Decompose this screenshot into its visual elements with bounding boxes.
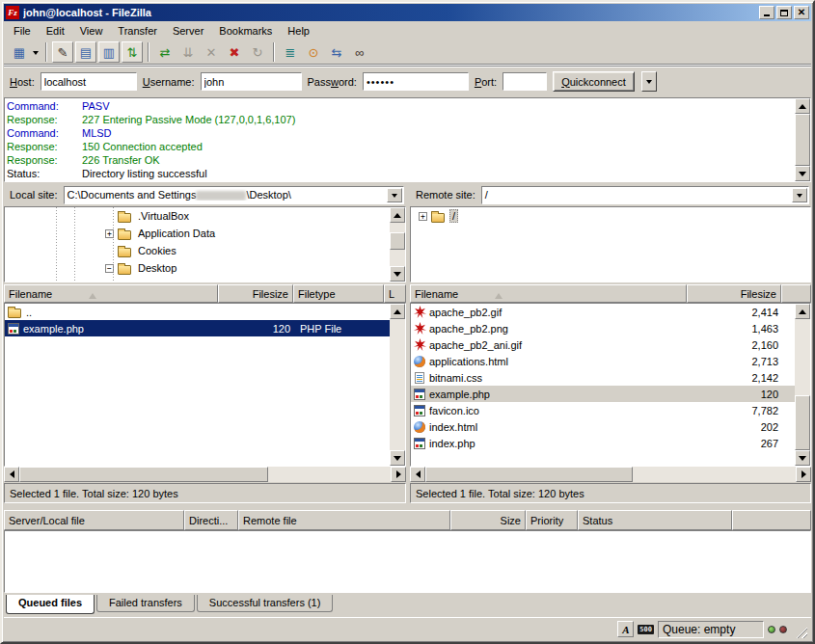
column-header-status[interactable]: Status [578,510,732,530]
log-scrollbar[interactable] [795,98,810,181]
toggle-remote-tree-button[interactable]: ▥ [98,41,120,63]
scroll-up-button[interactable] [795,304,810,319]
scrollbar-thumb[interactable] [795,114,810,166]
column-header-filename[interactable]: Filename [4,284,218,303]
quickconnect-button[interactable]: Quickconnect [553,71,635,92]
local-hscrollbar[interactable] [4,467,406,482]
queue-list[interactable] [4,530,811,593]
file-row-updir[interactable]: .. [5,304,390,320]
menu-edit[interactable]: Edit [39,23,72,39]
column-header-size[interactable]: Size [450,510,526,530]
column-header-filesize[interactable]: Filesize [218,284,293,303]
minimize-button[interactable] [759,6,774,19]
file-name: applications.html [429,356,508,367]
tree-item-desktop[interactable]: − Desktop [5,259,405,277]
toggle-message-log-button[interactable]: ✎ [52,41,73,63]
file-row[interactable]: apache_pb2.png 1,463 [411,320,795,336]
column-header-filesize[interactable]: Filesize [687,284,781,303]
file-row[interactable]: index.php 267 [411,435,795,451]
column-header-filetype[interactable]: Filetype [293,284,384,303]
site-manager-dropdown[interactable] [29,41,41,63]
synchronized-browsing-button[interactable]: ⇆ [326,41,347,63]
scrollbar-thumb[interactable] [390,232,405,250]
remote-site-dropdown[interactable] [792,188,807,202]
cancel-operation-button[interactable]: ✕ [201,41,222,63]
column-header-direction[interactable]: Directi... [184,510,238,530]
file-row[interactable]: applications.html 2,713 [411,353,795,369]
host-input[interactable] [41,72,137,91]
file-row[interactable]: index.html 202 [411,418,795,435]
column-header-server-local-file[interactable]: Server/Local file [4,510,184,530]
menu-view[interactable]: View [72,23,111,39]
toggle-local-tree-button[interactable]: ▤ [75,41,96,63]
remote-site-combo[interactable]: / [481,186,809,204]
speed-limit-indicator[interactable]: 500 [638,625,654,634]
local-list-scrollbar[interactable] [390,304,405,466]
filter-button[interactable]: ∞ [349,41,370,63]
menu-bookmarks[interactable]: Bookmarks [211,23,280,39]
scroll-left-button[interactable] [410,467,425,482]
column-header-remote-file[interactable]: Remote file [238,510,450,530]
transfer-type-ascii-icon[interactable]: A [617,621,634,637]
scroll-up-button[interactable] [390,207,405,223]
file-row[interactable]: apache_pb2_ani.gif 2,160 [411,336,795,353]
scroll-down-button[interactable] [795,166,810,181]
local-tree-scrollbar[interactable] [390,207,405,282]
find-files-button[interactable]: ⊙ [303,41,324,63]
scroll-right-button[interactable] [391,467,406,482]
file-row[interactable]: favicon.ico 7,782 [411,402,795,418]
refresh-button[interactable]: ⇄ [154,41,176,63]
file-size: 1,463 [688,323,782,335]
column-header-lastmodified[interactable]: L [384,284,406,303]
scroll-down-button[interactable] [390,450,405,466]
process-queue-button[interactable]: ⇊ [177,41,199,63]
password-input[interactable] [363,72,469,91]
tree-item-root[interactable]: + / [411,207,810,225]
menu-file[interactable]: File [6,23,39,39]
scrollbar-thumb[interactable] [19,467,268,482]
port-input[interactable] [503,72,547,91]
scroll-up-button[interactable] [390,304,405,319]
tree-item-application-data[interactable]: + Application Data [5,225,405,242]
column-header-filename[interactable]: Filename [410,284,687,303]
tree-item-cookies[interactable]: Cookies [5,242,405,259]
tree-guide-line [74,207,75,282]
quickconnect-dropdown[interactable] [641,71,657,92]
remote-list-scrollbar[interactable] [795,304,810,466]
scrollbar-thumb[interactable] [795,395,810,450]
scrollbar-thumb[interactable] [425,467,633,482]
file-row[interactable]: bitnami.css 2,142 [411,369,795,386]
scroll-down-button[interactable] [390,266,405,282]
scroll-right-button[interactable] [796,467,811,482]
username-input[interactable] [201,72,302,91]
scroll-up-button[interactable] [795,98,810,114]
reconnect-button[interactable]: ↻ [247,41,268,63]
file-row-selected[interactable]: example.php 120 [411,386,795,402]
resize-grip[interactable] [795,626,807,638]
local-site-dropdown[interactable] [387,188,402,202]
expand-plus-icon[interactable]: + [419,212,427,221]
disconnect-button[interactable]: ✖ [224,41,245,63]
remote-hscrollbar[interactable] [410,467,811,482]
tree-item-virtualbox[interactable]: .VirtualBox [5,207,405,225]
site-manager-button[interactable]: ▦ [9,41,30,63]
menu-help[interactable]: Help [280,23,317,39]
close-button[interactable]: ✕ [794,6,809,19]
file-row-selected[interactable]: example.php 120 PHP File 1 [5,320,390,336]
remote-list-header: Filename Filesize [410,284,811,303]
file-row[interactable]: apache_pb2.gif 2,414 [411,304,795,320]
image-file-icon [414,306,426,318]
menu-transfer[interactable]: Transfer [110,23,165,39]
log-line: Response:150 Connection accepted [7,140,793,153]
scroll-left-button[interactable] [4,467,19,482]
maximize-button[interactable] [776,6,792,19]
tab-queued-files[interactable]: Queued files [6,595,95,614]
toggle-transfer-queue-button[interactable]: ⇅ [122,41,143,63]
column-header-priority[interactable]: Priority [526,510,578,530]
scroll-down-button[interactable] [795,450,810,466]
directory-listing-button[interactable]: ≣ [280,41,301,63]
tab-failed-transfers[interactable]: Failed transfers [96,595,195,612]
menu-server[interactable]: Server [165,23,211,39]
local-site-combo[interactable]: C:\Documents and Settings\Desktop\ [64,186,404,204]
tab-successful-transfers[interactable]: Successful transfers (1) [197,595,334,612]
